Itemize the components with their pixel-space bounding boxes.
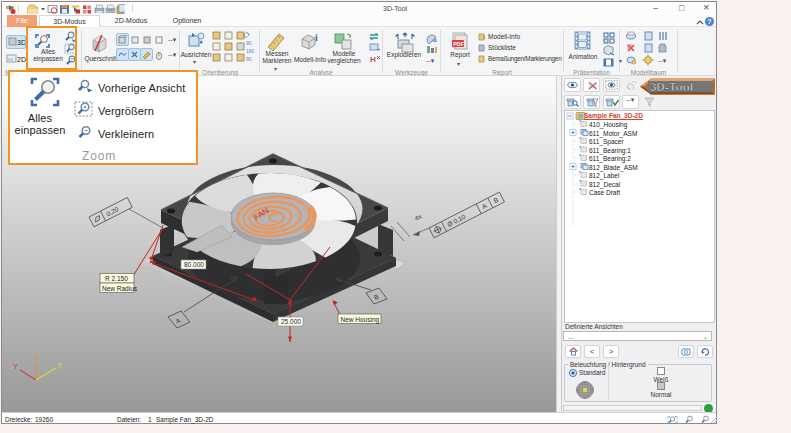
svg-text:New Radius: New Radius: [102, 285, 138, 292]
svg-text:A: A: [174, 316, 181, 324]
svg-text:3D: 3D: [17, 39, 25, 46]
svg-text:*: *: [579, 136, 581, 142]
svg-text:--▾: --▾: [658, 57, 667, 64]
svg-text:3D-Tool: 3D-Tool: [650, 81, 693, 93]
svg-text:25.000: 25.000: [281, 318, 301, 325]
svg-text:*: *: [579, 153, 581, 159]
svg-text:180: 180: [246, 48, 255, 54]
svg-text:4x: 4x: [413, 212, 423, 222]
svg-text:B: B: [373, 293, 380, 301]
svg-text:Ø 0,10: Ø 0,10: [446, 213, 467, 228]
svg-text:X: X: [57, 361, 62, 370]
svg-text:B: B: [492, 196, 499, 204]
svg-text:New Housing: New Housing: [341, 316, 380, 324]
svg-text:0,20: 0,20: [105, 205, 120, 217]
svg-text:*: *: [579, 170, 581, 176]
svg-text:R 2.150: R 2.150: [105, 275, 128, 282]
svg-text:90: 90: [246, 40, 252, 46]
svg-text:*: *: [579, 145, 581, 151]
svg-text:A: A: [481, 202, 489, 211]
svg-text:i: i: [315, 32, 318, 43]
svg-text:*: *: [579, 120, 581, 125]
svg-text:2D: 2D: [17, 56, 26, 63]
svg-text:Z: Z: [34, 353, 39, 362]
svg-text:*: *: [579, 179, 581, 185]
svg-text:i: i: [484, 34, 485, 40]
svg-text:Y: Y: [13, 362, 18, 371]
svg-text:90: 90: [246, 56, 252, 62]
svg-text:*: *: [579, 187, 581, 193]
svg-text:PDF: PDF: [453, 41, 464, 47]
svg-text:H: H: [370, 55, 376, 64]
svg-text:+: +: [377, 46, 381, 52]
svg-text:80.000: 80.000: [184, 261, 204, 268]
